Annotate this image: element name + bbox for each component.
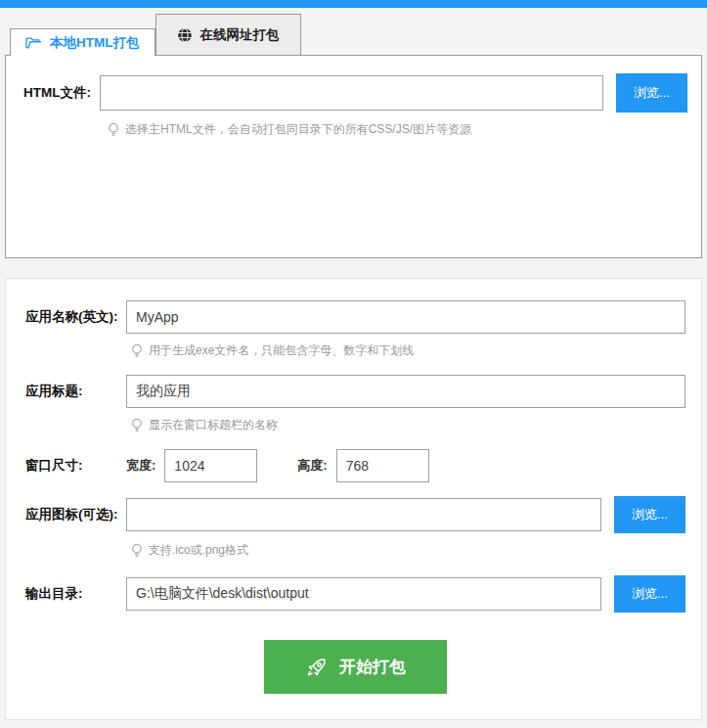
start-packaging-button[interactable]: 开始打包: [264, 640, 447, 694]
start-packaging-label: 开始打包: [339, 656, 406, 678]
html-file-browse-button[interactable]: 浏览...: [616, 73, 687, 113]
app-icon-label: 应用图标(可选):: [25, 506, 126, 523]
height-input[interactable]: [336, 449, 429, 482]
lightbulb-icon: [131, 343, 143, 359]
html-file-hint-text: 选择主HTML文件，会自动打包同目录下的所有CSS/JS/图片等资源: [125, 121, 471, 138]
tab-online-label: 在线网址打包: [200, 26, 280, 44]
app-title-hint: 显示在窗口标题栏的名称: [131, 417, 685, 433]
width-label: 宽度:: [126, 457, 155, 475]
output-dir-row: 输出目录: 浏览...: [25, 575, 685, 613]
width-input[interactable]: [164, 449, 257, 482]
html-file-input[interactable]: [100, 75, 603, 111]
tab-bar: 本地HTML打包 在线网址打包: [0, 8, 707, 55]
app-title-label: 应用标题:: [25, 383, 126, 400]
html-file-label: HTML文件:: [23, 84, 91, 102]
app-title-row: 应用标题:: [25, 375, 685, 408]
app-name-label: 应用名称(英文):: [25, 308, 126, 326]
app-title-input[interactable]: [126, 375, 685, 408]
app-title-hint-text: 显示在窗口标题栏的名称: [149, 417, 278, 433]
output-dir-label: 输出目录:: [25, 585, 126, 603]
app-name-input[interactable]: [126, 300, 685, 334]
window-size-row: 窗口尺寸: 宽度: 高度:: [25, 449, 685, 482]
app-name-row: 应用名称(英文):: [25, 300, 685, 334]
output-dir-input[interactable]: [126, 577, 601, 611]
app-icon-hint-text: 支持.ico或.png格式: [149, 542, 248, 559]
height-label: 高度:: [297, 457, 327, 475]
local-html-panel: HTML文件: 浏览... 选择主HTML文件，会自动打包同目录下的所有CSS/…: [5, 55, 702, 258]
app-name-hint: 用于生成exe文件名，只能包含字母、数字和下划线: [131, 342, 685, 359]
lightbulb-icon: [131, 418, 143, 433]
globe-icon: [177, 27, 193, 43]
folder-icon: [25, 36, 42, 50]
start-button-area: 开始打包: [25, 640, 685, 694]
settings-panel: 应用名称(英文): 用于生成exe文件名，只能包含字母、数字和下划线 应用标题:…: [5, 278, 702, 720]
html-file-hint: 选择主HTML文件，会自动打包同目录下的所有CSS/JS/图片等资源: [108, 121, 687, 138]
tab-local-html[interactable]: 本地HTML打包: [10, 28, 155, 56]
app-icon-hint: 支持.ico或.png格式: [131, 542, 685, 559]
top-accent-bar: [0, 0, 707, 8]
app-icon-browse-button[interactable]: 浏览...: [614, 496, 685, 533]
lightbulb-icon: [131, 543, 143, 559]
html-file-row: HTML文件: 浏览...: [23, 73, 687, 113]
app-name-hint-text: 用于生成exe文件名，只能包含字母、数字和下划线: [149, 342, 414, 359]
rocket-icon: [305, 656, 329, 679]
tab-online-url[interactable]: 在线网址打包: [155, 14, 301, 55]
app-icon-row: 应用图标(可选): 浏览...: [25, 496, 685, 533]
tab-local-label: 本地HTML打包: [50, 34, 140, 52]
app-icon-input[interactable]: [126, 498, 601, 531]
window-size-label: 窗口尺寸:: [25, 457, 126, 475]
lightbulb-icon: [108, 122, 119, 138]
output-dir-browse-button[interactable]: 浏览...: [614, 575, 685, 613]
